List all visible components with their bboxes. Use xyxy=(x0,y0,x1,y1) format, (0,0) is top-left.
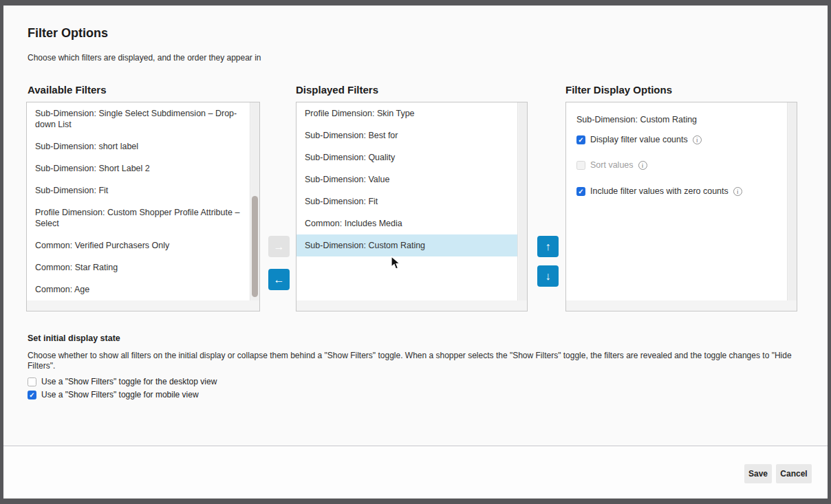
info-icon[interactable]: i xyxy=(733,187,742,196)
available-filter-item[interactable]: Common: Verified Purchasers Only xyxy=(27,234,250,256)
page-title: Filter Options xyxy=(28,26,108,41)
available-filters-panel: Sub-Dimension: Single Select Subdimensio… xyxy=(26,102,260,311)
info-icon[interactable]: i xyxy=(693,135,702,144)
option-row-zero-counts: ✓ Include filter values with zero counts… xyxy=(576,186,742,196)
initial-display-state-heading: Set initial display state xyxy=(28,333,120,343)
check-icon: ✓ xyxy=(577,136,585,144)
include-zero-counts-checkbox[interactable]: ✓ xyxy=(576,187,585,196)
mobile-toggle-row: ✓ Use a "Show Filters" toggle for mobile… xyxy=(28,390,199,399)
move-right-button[interactable]: → xyxy=(268,236,290,257)
displayed-filter-item[interactable]: Profile Dimension: Skin Type xyxy=(296,102,517,124)
move-left-button[interactable]: ← xyxy=(268,269,290,290)
checkbox-label: Sort values xyxy=(590,160,634,170)
displayed-filter-item[interactable]: Sub-Dimension: Fit xyxy=(296,190,517,212)
checkbox-label: Include filter values with zero counts xyxy=(590,186,729,196)
available-filter-item[interactable]: Sub-Dimension: Single Select Subdimensio… xyxy=(27,102,250,135)
filter-options-page: Filter Options Choose which filters are … xyxy=(3,6,828,498)
displayed-filters-heading: Displayed Filters xyxy=(296,84,378,96)
displayed-filters-panel: Profile Dimension: Skin TypeSub-Dimensio… xyxy=(296,102,528,311)
displayed-filter-item[interactable]: Sub-Dimension: Custom Rating xyxy=(296,234,517,256)
scrollbar-track[interactable] xyxy=(251,102,259,300)
initial-display-state-description: Choose whether to show all filters on th… xyxy=(28,351,801,371)
sort-values-checkbox[interactable]: ✓ xyxy=(576,161,585,170)
info-icon[interactable]: i xyxy=(638,161,647,170)
available-filter-item[interactable]: Profile Dimension: Custom Shopper Profil… xyxy=(27,201,250,234)
show-filters-mobile-checkbox[interactable]: ✓ xyxy=(28,391,36,399)
available-filter-item[interactable]: Sub-Dimension: Short Label 2 xyxy=(27,157,250,179)
available-filter-item[interactable]: Common: Star Rating xyxy=(27,256,250,278)
check-icon: ✓ xyxy=(577,188,585,195)
move-down-button[interactable]: ↓ xyxy=(537,265,559,287)
desktop-toggle-row: ✓ Use a "Show Filters" toggle for the de… xyxy=(28,377,217,386)
filter-display-options-heading: Filter Display Options xyxy=(565,84,672,96)
available-filter-item[interactable]: Sub-Dimension: short label xyxy=(27,135,250,157)
save-button[interactable]: Save xyxy=(744,464,772,483)
scrollbar-thumb[interactable] xyxy=(252,196,258,297)
window-frame: Filter Options Choose which filters are … xyxy=(0,0,831,504)
check-icon: ✓ xyxy=(28,391,36,399)
mouse-cursor xyxy=(391,256,400,270)
checkbox-label: Display filter value counts xyxy=(590,135,688,144)
show-filters-desktop-checkbox[interactable]: ✓ xyxy=(28,377,36,386)
checkbox-label: Use a "Show Filters" toggle for the desk… xyxy=(41,377,217,386)
available-filters-heading: Available Filters xyxy=(28,84,107,96)
page-subtitle: Choose which filters are displayed, and … xyxy=(28,53,261,63)
display-filter-value-counts-checkbox[interactable]: ✓ xyxy=(576,135,585,144)
cancel-button[interactable]: Cancel xyxy=(776,464,812,483)
filter-display-options-panel: Sub-Dimension: Custom Rating ✓ Display f… xyxy=(565,102,797,311)
option-row-display-counts: ✓ Display filter value counts i xyxy=(576,135,702,144)
available-filter-item[interactable]: Common: Age xyxy=(27,278,250,300)
move-up-button[interactable]: ↑ xyxy=(537,236,559,257)
scrollbar-track[interactable] xyxy=(519,102,527,300)
footer xyxy=(3,446,828,498)
option-row-sort-values: ✓ Sort values i xyxy=(576,160,647,170)
checkbox-label: Use a "Show Filters" toggle for mobile v… xyxy=(41,390,199,399)
displayed-filters-list[interactable]: Profile Dimension: Skin TypeSub-Dimensio… xyxy=(296,102,518,300)
displayed-filter-item[interactable]: Sub-Dimension: Value xyxy=(296,168,517,190)
scrollbar-track[interactable] xyxy=(788,102,797,300)
selected-filter-name: Sub-Dimension: Custom Rating xyxy=(576,115,697,124)
available-filters-list[interactable]: Sub-Dimension: Single Select Subdimensio… xyxy=(27,102,250,300)
displayed-filter-item[interactable]: Sub-Dimension: Best for xyxy=(296,124,517,146)
filter-display-options-box: Sub-Dimension: Custom Rating ✓ Display f… xyxy=(566,102,788,300)
footer-divider xyxy=(3,446,828,446)
available-filter-item[interactable]: Sub-Dimension: Fit xyxy=(27,179,250,201)
displayed-filter-item[interactable]: Sub-Dimension: Quality xyxy=(296,146,517,168)
displayed-filter-item[interactable]: Common: Includes Media xyxy=(296,212,517,234)
